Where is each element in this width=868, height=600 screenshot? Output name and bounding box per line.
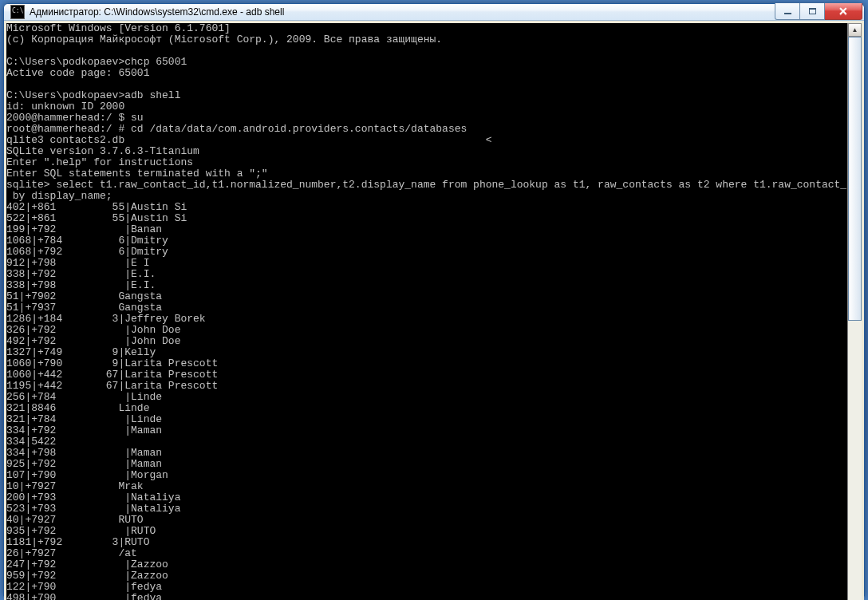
maximize-button[interactable] <box>800 3 825 20</box>
result-row: 199|+792 |Banan <box>6 223 162 235</box>
result-row: 492|+792 |John Doe <box>6 335 180 347</box>
scrollbar-thumb[interactable] <box>848 37 862 321</box>
term-line: C:\Users\podkopaev>chcp 65001 <box>6 56 187 68</box>
term-line: 2000@hammerhead:/ $ su <box>6 112 144 124</box>
result-row: 523|+793 |Nataliya <box>6 503 180 515</box>
scrollbar-track[interactable] <box>848 37 862 600</box>
result-row: 498|+790 |fedya <box>6 592 162 600</box>
result-row: 321|+784 |Linde <box>6 413 162 425</box>
result-row: 107|+790 |Morgan <box>6 469 168 481</box>
result-row: 1327|+749 9|Kelly <box>6 346 156 358</box>
scroll-up-button[interactable]: ▲ <box>848 23 862 37</box>
result-row: 326|+792 |John Doe <box>6 324 180 336</box>
minimize-button[interactable] <box>775 3 800 20</box>
result-row: 1060|+790 9|Larita Prescott <box>6 357 218 369</box>
result-row: 1181|+792 3|RUTO <box>6 536 149 548</box>
minimize-icon <box>784 13 791 14</box>
result-row: 1068|+784 6|Dmitry <box>6 235 168 247</box>
titlebar[interactable]: Администратор: C:\Windows\system32\cmd.e… <box>4 4 864 21</box>
desktop-background: Администратор: C:\Windows\system32\cmd.e… <box>0 0 868 600</box>
term-line: id: unknown ID 2000 <box>6 101 124 112</box>
term-line: qlite3 contacts2.db < <box>6 134 492 146</box>
cmd-icon[interactable] <box>10 5 25 19</box>
result-row: 338|+792 |E.I. <box>6 268 156 280</box>
term-line: Active code page: 65001 <box>6 67 149 79</box>
window-buttons: ✕ <box>775 4 864 20</box>
result-row: 1060|+442 67|Larita Prescott <box>6 369 218 381</box>
client-area: Microsoft Windows [Version 6.1.7601] (c)… <box>4 21 864 600</box>
result-row: 925|+792 |Maman <box>6 458 162 470</box>
result-row: 26|+7927 /at <box>6 547 137 559</box>
result-row: 1286|+184 3|Jeffrey Borek <box>6 313 206 325</box>
term-line: Enter SQL statements terminated with a "… <box>6 168 268 180</box>
result-row: 935|+792 |RUTO <box>6 525 156 537</box>
result-row: 40|+7927 RUTO <box>6 514 144 526</box>
result-row: 338|+798 |E.I. <box>6 279 156 291</box>
term-line: C:\Users\podkopaev>adb shell <box>6 89 180 101</box>
result-row: 51|+7937 Gangsta <box>6 302 162 314</box>
term-line: (c) Корпорация Майкрософт (Microsoft Cor… <box>6 34 442 45</box>
result-row: 256|+784 |Linde <box>6 391 162 403</box>
term-line: by display_name; <box>6 190 112 202</box>
result-row: 321|8846 Linde <box>6 402 149 414</box>
term-line: SQLite version 3.7.6.3-Titanium <box>6 145 199 157</box>
cmd-window: Администратор: C:\Windows\system32\cmd.e… <box>3 3 865 597</box>
result-row: 1195|+442 67|Larita Prescott <box>6 380 218 392</box>
result-row: 334|+798 |Maman <box>6 447 162 459</box>
result-row: 10|+7927 Mrak <box>6 480 144 492</box>
close-button[interactable]: ✕ <box>825 3 862 20</box>
term-line: Microsoft Windows [Version 6.1.7601] <box>6 23 231 34</box>
term-line: Enter ".help" for instructions <box>6 156 193 168</box>
result-row: 334|+792 |Maman <box>6 424 162 436</box>
result-row: 122|+790 |fedya <box>6 581 162 593</box>
result-row: 51|+7902 Gangsta <box>6 290 162 302</box>
window-title: Администратор: C:\Windows\system32\cmd.e… <box>30 6 775 18</box>
result-row: 200|+793 |Nataliya <box>6 491 180 503</box>
result-row: 912|+798 |E I <box>6 257 149 269</box>
maximize-icon <box>809 8 816 14</box>
result-row: 402|+861 55|Austin Si <box>6 201 187 213</box>
vertical-scrollbar[interactable]: ▲ ▼ <box>847 23 862 600</box>
result-row: 247|+792 |Zazzoo <box>6 559 168 570</box>
result-row: 522|+861 55|Austin Si <box>6 212 187 224</box>
result-row: 334|5422 <box>6 436 56 448</box>
terminal-output[interactable]: Microsoft Windows [Version 6.1.7601] (c)… <box>6 23 847 600</box>
term-line: root@hammerhead:/ # cd /data/data/com.an… <box>6 123 467 135</box>
result-row: 1068|+792 6|Dmitry <box>6 246 168 258</box>
term-line: sqlite> select t1.raw_contact_id,t1.norm… <box>6 179 847 191</box>
close-icon: ✕ <box>838 6 848 17</box>
result-row: 959|+792 |Zazzoo <box>6 570 168 582</box>
